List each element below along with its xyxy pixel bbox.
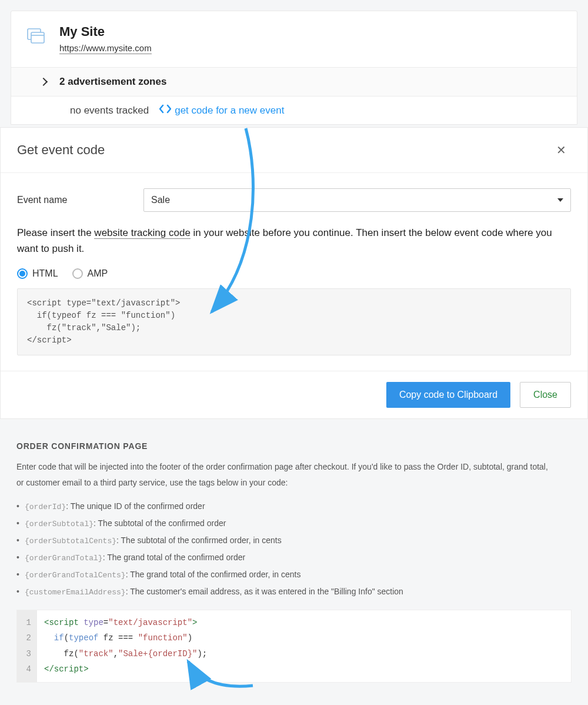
instruction-text: Please insert the website tracking code … (17, 225, 571, 257)
tag-item: {orderSubtotalCents}: The subtotal of th… (16, 536, 572, 546)
code-snippet-box[interactable]: <script type="text/javascript"> if(typeo… (17, 288, 571, 355)
ad-zones-text: 2 advertisement zones (59, 76, 166, 88)
code-editor-content: <script type="text/javascript"> if(typeo… (37, 610, 214, 682)
tag-item: {orderId}: The unique ID of the confirme… (16, 501, 572, 511)
event-name-select[interactable]: Sale (143, 188, 571, 212)
tag-item: {customerEmailAddress}: The customer's e… (16, 587, 572, 597)
doc-intro: Enter code that will be injected into th… (16, 459, 557, 490)
radio-selected-icon (17, 268, 28, 279)
line-numbers: 1234 (17, 610, 37, 682)
tag-item: {orderGrandTotal}: The grand total of th… (16, 553, 572, 563)
no-events-text: no events tracked (70, 105, 149, 117)
tag-list: {orderId}: The unique ID of the confirme… (16, 501, 572, 597)
event-name-value: Sale (151, 195, 170, 205)
radio-amp[interactable]: AMP (72, 268, 108, 279)
site-cards-icon (25, 26, 46, 48)
order-confirmation-doc: ORDER CONFIRMATION PAGE Enter code that … (0, 419, 588, 699)
get-code-label: get code for a new event (175, 105, 284, 117)
caret-down-icon (557, 198, 563, 202)
site-url-link[interactable]: https://www.mysite.com (59, 43, 152, 54)
code-brackets-icon (159, 104, 171, 117)
tag-item: {orderGrandTotalCents}: The grand total … (16, 570, 572, 580)
copy-code-button[interactable]: Copy code to Clipboard (386, 382, 510, 408)
event-code-modal: Get event code ✕ Event name Sale Please … (0, 127, 588, 419)
radio-html[interactable]: HTML (17, 268, 58, 279)
close-icon[interactable]: ✕ (552, 141, 571, 159)
events-row: no events tracked get code for a new eve… (11, 96, 577, 124)
get-code-link[interactable]: get code for a new event (159, 104, 284, 117)
tag-item: {orderSubtotal}: The subtotal of the con… (16, 518, 572, 528)
close-button[interactable]: Close (520, 382, 571, 408)
code-editor[interactable]: 1234 <script type="text/javascript"> if(… (16, 610, 572, 683)
chevron-right-icon (39, 78, 48, 86)
modal-title: Get event code (17, 142, 105, 158)
tracking-code-link[interactable]: website tracking code (94, 227, 190, 239)
radio-unselected-icon (72, 268, 83, 279)
site-title: My Site (59, 24, 152, 39)
doc-heading: ORDER CONFIRMATION PAGE (16, 441, 572, 451)
ad-zones-row[interactable]: 2 advertisement zones (11, 67, 577, 96)
svg-rect-1 (31, 32, 44, 43)
site-card: My Site https://www.mysite.com 2 adverti… (11, 11, 577, 125)
event-name-label: Event name (17, 195, 143, 205)
